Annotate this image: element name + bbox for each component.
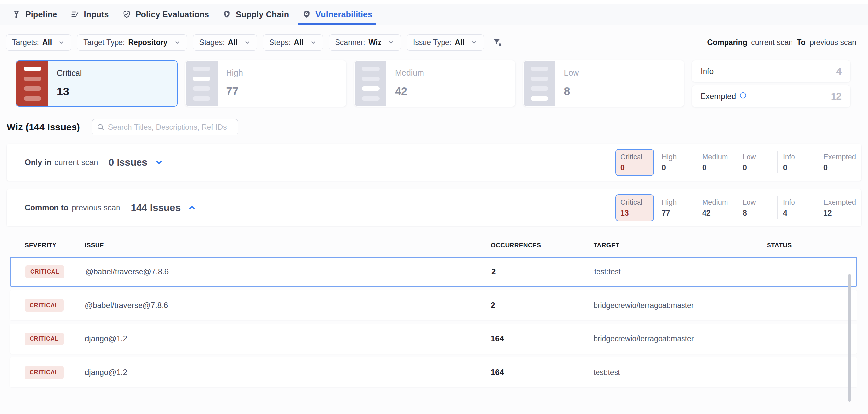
chip-value: 0 [783, 163, 817, 172]
scanner-section-header: Wiz (144 Issues) [0, 107, 868, 136]
chip-medium[interactable]: Medium 0 [698, 149, 736, 175]
info-card[interactable]: Info 4 [692, 60, 850, 82]
chevron-down-icon [388, 39, 395, 46]
chip-medium[interactable]: Medium 42 [698, 195, 736, 221]
occurrences-cell: 2 [491, 301, 594, 310]
shield-search-icon [302, 10, 311, 19]
chevron-down-icon [310, 39, 317, 46]
filter-targets[interactable]: Targets: All [6, 34, 71, 51]
severity-gauge-medium-icon [354, 61, 386, 107]
chip-value: 0 [823, 163, 858, 172]
column-header-occurrences: OCCURRENCES [491, 242, 594, 249]
chevron-down-icon[interactable] [154, 157, 164, 167]
chip-value: 8 [743, 209, 777, 217]
tab-policy-evaluations[interactable]: Policy Evaluations [116, 4, 216, 25]
clear-filters-icon[interactable] [492, 37, 502, 47]
issue-cell: @babel/traverse@7.8.6 [85, 301, 491, 310]
chip-low[interactable]: Low 8 [738, 195, 777, 221]
severity-card-count: 8 [564, 85, 579, 97]
tab-pipeline[interactable]: Pipeline [5, 4, 64, 25]
filter-value: All [228, 38, 238, 47]
severity-badge: CRITICAL [25, 366, 64, 379]
search-input[interactable] [92, 119, 238, 136]
filter-issue-type[interactable]: Issue Type: All [407, 34, 484, 51]
exempted-card[interactable]: Exempted 12 [692, 85, 850, 107]
top-strip [0, 0, 868, 4]
severity-chips-previous: Critical 13 High 77 Medium 42 Low 8 Info… [615, 194, 858, 221]
issue-cell: django@1.2 [85, 334, 491, 343]
severity-gauge-low-icon [524, 61, 555, 107]
pipeline-icon [12, 10, 21, 19]
issue-cell: django@1.2 [85, 368, 491, 377]
severity-card-label: Medium [395, 68, 424, 78]
chip-divider [818, 151, 818, 174]
severity-card-low[interactable]: Low 8 [523, 60, 684, 107]
chip-critical[interactable]: Critical 13 [615, 194, 654, 221]
severity-card-count: 13 [57, 85, 82, 98]
tab-supply-chain[interactable]: Supply Chain [216, 4, 296, 25]
chip-value: 4 [783, 209, 817, 217]
filter-label: Scanner: [335, 38, 365, 47]
table-row[interactable]: CRITICAL django@1.2 164 bridgecrewio/ter… [10, 324, 857, 354]
table-row[interactable]: CRITICAL @babel/traverse@7.8.6 2 bridgec… [10, 291, 857, 320]
chip-low[interactable]: Low 0 [738, 149, 777, 175]
chip-info[interactable]: Info 4 [778, 195, 817, 221]
chip-high[interactable]: High 77 [657, 195, 696, 221]
chip-value: 0 [662, 163, 696, 172]
filter-target-type[interactable]: Target Type: Repository [77, 34, 187, 51]
chevron-down-icon [244, 39, 251, 46]
target-cell: bridgecrewio/terragoat:master [594, 334, 767, 343]
chip-label: Exempted [823, 153, 858, 161]
chip-value: 42 [702, 209, 736, 217]
chip-high[interactable]: High 0 [657, 149, 696, 175]
tab-vulnerabilities[interactable]: Vulnerabilities [296, 4, 379, 25]
chip-info[interactable]: Info 0 [778, 149, 817, 175]
severity-card-label: Low [564, 68, 579, 78]
filter-row: Targets: All Target Type: Repository Sta… [0, 25, 868, 51]
search-box [92, 119, 238, 136]
band-issue-count: 0 Issues [108, 157, 147, 168]
table-body: CRITICAL @babel/traverse@7.8.6 2 test:te… [10, 257, 857, 387]
severity-badge: CRITICAL [25, 299, 64, 312]
band-issue-count: 144 Issues [131, 202, 181, 213]
info-circle-icon[interactable] [739, 92, 747, 101]
exempted-card-label: Exempted [701, 92, 736, 101]
issue-cell: @babel/traverse@7.8.6 [85, 267, 491, 276]
chip-label: High [662, 153, 696, 161]
severity-card-label: High [226, 68, 243, 78]
severity-card-count: 77 [226, 85, 243, 97]
vertical-scrollbar[interactable] [848, 274, 850, 402]
filter-label: Steps: [269, 38, 290, 47]
severity-card-critical[interactable]: Critical 13 [16, 60, 178, 107]
severity-card-medium[interactable]: Medium 42 [354, 60, 516, 107]
chip-exempted[interactable]: Exempted 12 [819, 195, 858, 221]
chip-divider [737, 197, 737, 219]
chip-exempted[interactable]: Exempted 0 [819, 149, 858, 175]
table-row[interactable]: CRITICAL @babel/traverse@7.8.6 2 test:te… [10, 257, 857, 287]
chip-value: 77 [662, 209, 696, 217]
filter-scanner[interactable]: Scanner: Wiz [329, 34, 401, 51]
table-row[interactable]: CRITICAL django@1.2 164 test:test [10, 357, 857, 387]
scanner-title: Wiz (144 Issues) [6, 122, 80, 133]
occurrences-cell: 2 [491, 267, 594, 276]
chevron-up-icon[interactable] [187, 203, 197, 213]
table-header-row: SEVERITY ISSUE OCCURRENCES TARGET STATUS [10, 236, 857, 255]
occurrences-cell: 164 [491, 368, 594, 377]
side-cards-column: Info 4 Exempted 12 [692, 60, 850, 107]
severity-gauge-high-icon [186, 61, 218, 107]
filter-stages[interactable]: Stages: All [193, 34, 257, 51]
chip-divider [777, 197, 778, 219]
tab-inputs[interactable]: Inputs [64, 4, 115, 25]
chevron-down-icon [470, 39, 478, 46]
filter-value: All [455, 38, 464, 47]
chip-divider [777, 151, 778, 174]
severity-card-high[interactable]: High 77 [185, 60, 347, 107]
severity-badge: CRITICAL [25, 265, 64, 278]
filter-steps[interactable]: Steps: All [263, 34, 323, 51]
severity-card-label: Critical [57, 68, 82, 78]
chip-critical[interactable]: Critical 0 [615, 149, 654, 176]
chip-divider [696, 197, 697, 219]
column-header-severity: SEVERITY [25, 242, 85, 249]
comparing-bold: Comparing [708, 38, 747, 47]
chip-value: 0 [743, 163, 777, 172]
